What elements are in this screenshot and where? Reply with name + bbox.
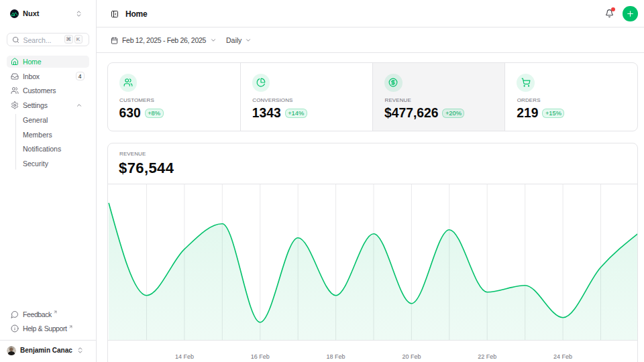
svg-text:20 Feb: 20 Feb xyxy=(402,353,421,360)
svg-text:24 Feb: 24 Feb xyxy=(553,353,572,360)
svg-text:18 Feb: 18 Feb xyxy=(326,353,345,360)
svg-text:16 Feb: 16 Feb xyxy=(250,353,269,360)
svg-text:14 Feb: 14 Feb xyxy=(174,353,193,360)
svg-text:22 Feb: 22 Feb xyxy=(478,353,496,360)
